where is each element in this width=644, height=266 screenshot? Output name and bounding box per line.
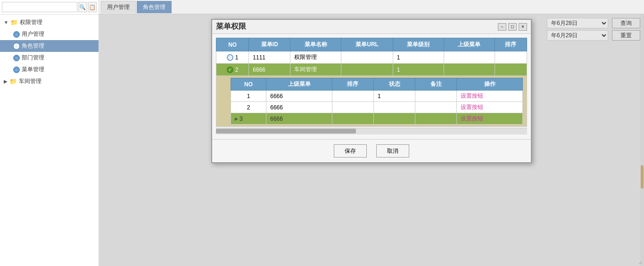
sub-row3-remark <box>415 113 457 125</box>
icon-dept-manage: ○ <box>13 55 20 61</box>
sidebar-item-workshop[interactable]: ▶ 📁 车间管理 <box>0 75 99 87</box>
outer-row2-menu-id: 6666 <box>249 64 290 76</box>
tab-label-user-manage: 用户管理 <box>107 3 130 11</box>
indicator-circle-1: ▷ <box>227 54 233 61</box>
sub-table-header: NO 上级菜单 排序 状态 备注 操作 <box>231 78 523 91</box>
sub-row1-status: 1 <box>374 91 415 102</box>
sub-row3-no-val: 3 <box>239 116 243 122</box>
outer-row-2[interactable]: ✓ 2 6666 车间管理 1 <box>216 64 527 76</box>
tab-user-manage[interactable]: 用户管理 <box>101 1 136 13</box>
outer-col-sort: 排序 <box>495 38 527 51</box>
outer-row2-sort <box>495 64 527 76</box>
tab-label-role-manage: 角色管理 <box>143 3 165 11</box>
sidebar-item-label-dept-manage: 部门管理 <box>22 54 44 62</box>
sub-row2-parent: 6666 <box>266 102 332 113</box>
tree-group-permissions: ▼ 📁 权限管理 ○ 用户管理 ○ 角色管理 ○ 部门管理 ○ 菜单管理 <box>0 17 99 75</box>
outer-row1-menu-id: 1111 <box>249 51 290 64</box>
outer-col-menu-url: 菜单URL <box>341 38 393 51</box>
sub-row1-action[interactable]: 设置按钮 <box>457 91 523 102</box>
modal-title: 菜单权限 <box>216 22 246 32</box>
sub-row2-action[interactable]: 设置按钮 <box>457 102 523 113</box>
sub-col-remark: 备注 <box>415 78 457 91</box>
outer-col-menu-level: 菜单级别 <box>393 38 444 51</box>
expand-arrow-workshop: ▶ <box>4 79 8 84</box>
sidebar: 🔍 📋 ▼ 📁 权限管理 ○ 用户管理 ○ 角色管理 ○ 部门管理 <box>0 0 99 266</box>
set-btn-2[interactable]: 设置按钮 <box>461 104 483 110</box>
modal-scrollbar[interactable] <box>216 128 527 134</box>
sidebar-item-dept-manage[interactable]: ○ 部门管理 <box>0 52 99 64</box>
sub-table: NO 上级菜单 排序 状态 备注 操作 <box>231 78 523 125</box>
sidebar-item-user-manage[interactable]: ○ 用户管理 <box>0 28 99 40</box>
outer-row2-menu-level: 1 <box>393 64 444 76</box>
modal-close-button[interactable]: × <box>519 23 527 31</box>
folder-icon-permissions: 📁 <box>10 19 18 26</box>
sidebar-item-permissions[interactable]: ▼ 📁 权限管理 <box>0 17 99 28</box>
sub-row2-no: 2 <box>231 102 266 113</box>
sub-col-no: NO <box>231 78 266 91</box>
sub-row3-arrow: ▶ <box>235 116 238 121</box>
modal-menu-permission: 菜单权限 － □ × NO 菜单ID <box>211 19 532 163</box>
expand-arrow-permissions: ▼ <box>4 20 8 25</box>
sidebar-item-label-user-manage: 用户管理 <box>22 30 44 38</box>
sub-row-3[interactable]: ▶ 3 6666 <box>231 113 523 125</box>
cancel-button[interactable]: 取消 <box>376 144 409 158</box>
sub-row3-action[interactable]: 设置按钮 <box>457 113 523 125</box>
modal-maximize-button[interactable]: □ <box>508 23 517 31</box>
resize-handle[interactable]: ⊿ <box>638 260 642 265</box>
sub-col-parent: 上级菜单 <box>266 78 332 91</box>
sub-row-2[interactable]: 2 6666 设置按钮 <box>231 102 523 113</box>
modal-body: NO 菜单ID 菜单名称 菜单URL 菜单级别 上级菜单 排序 <box>212 34 531 139</box>
modal-footer: 保存 取消 <box>212 139 531 162</box>
sidebar-group-label-permissions: 权限管理 <box>20 18 42 26</box>
sub-row1-remark <box>415 91 457 102</box>
outer-table-header-row: NO 菜单ID 菜单名称 菜单URL 菜单级别 上级菜单 排序 <box>216 38 527 51</box>
outer-row1-sort <box>495 51 527 64</box>
outer-row2-menu-name: 车间管理 <box>290 64 341 76</box>
sub-row3-parent: 6666 <box>266 113 332 125</box>
search-button[interactable]: 🔍 <box>78 2 87 12</box>
sidebar-item-menu-manage[interactable]: ○ 菜单管理 <box>0 64 99 75</box>
content-area: 年6月28日 年6月29日 查询 重置 <box>99 14 644 266</box>
sub-col-action: 操作 <box>457 78 523 91</box>
folder-icon-workshop: 📁 <box>9 78 17 85</box>
sub-row2-remark <box>415 102 457 113</box>
sub-col-status: 状态 <box>374 78 415 91</box>
tree-group-workshop: ▶ 📁 车间管理 <box>0 75 99 87</box>
outer-col-menu-id: 菜单ID <box>249 38 290 51</box>
set-btn-1[interactable]: 设置按钮 <box>461 92 483 99</box>
outer-row1-menu-name: 权限管理 <box>290 51 341 64</box>
sidebar-item-label-menu-manage: 菜单管理 <box>22 66 44 74</box>
outer-row-1[interactable]: ▷ 1 1111 权限管理 1 <box>216 51 527 64</box>
sub-table-header-row: NO 上级菜单 排序 状态 备注 操作 <box>231 78 523 91</box>
sub-row2-status <box>374 102 415 113</box>
modal-scrollbar-thumb <box>216 129 356 133</box>
sub-row1-no: 1 <box>231 91 266 102</box>
sub-row1-parent: 6666 <box>266 91 332 102</box>
sub-row3-status <box>374 113 415 125</box>
modal-titlebar: 菜单权限 － □ × <box>212 20 531 34</box>
icon-menu-manage: ○ <box>13 66 20 73</box>
sidebar-group-label-workshop: 车间管理 <box>19 77 41 85</box>
sidebar-search-bar: 🔍 📋 <box>0 0 99 15</box>
copy-button[interactable]: 📋 <box>88 2 97 12</box>
outer-col-menu-name: 菜单名称 <box>290 38 341 51</box>
set-btn-3[interactable]: 设置按钮 <box>461 115 483 122</box>
sub-row-1[interactable]: 1 6666 1 设置按钮 <box>231 91 523 102</box>
search-input[interactable] <box>2 2 77 12</box>
sub-row3-sort <box>332 113 373 125</box>
outer-table: NO 菜单ID 菜单名称 菜单URL 菜单级别 上级菜单 排序 <box>216 38 527 127</box>
outer-row2-menu-url <box>341 64 393 76</box>
sub-row3-no: ▶ 3 <box>231 113 266 125</box>
outer-row2-parent <box>444 64 495 76</box>
outer-table-header: NO 菜单ID 菜单名称 菜单URL 菜单级别 上级菜单 排序 <box>216 38 527 51</box>
save-button[interactable]: 保存 <box>334 144 367 158</box>
sub-row2-sort <box>332 102 373 113</box>
sidebar-item-role-manage[interactable]: ○ 角色管理 <box>0 40 99 52</box>
outer-row1-no: ▷ 1 <box>216 51 249 64</box>
outer-row2-no-val: 2 <box>235 66 239 73</box>
icon-user-manage: ○ <box>13 31 20 38</box>
tab-role-manage[interactable]: 角色管理 <box>137 1 172 13</box>
modal-minimize-button[interactable]: － <box>498 23 506 31</box>
sidebar-tree: ▼ 📁 权限管理 ○ 用户管理 ○ 角色管理 ○ 部门管理 ○ 菜单管理 <box>0 15 99 266</box>
sub-table-row-container: NO 上级菜单 排序 状态 备注 操作 <box>216 76 527 127</box>
